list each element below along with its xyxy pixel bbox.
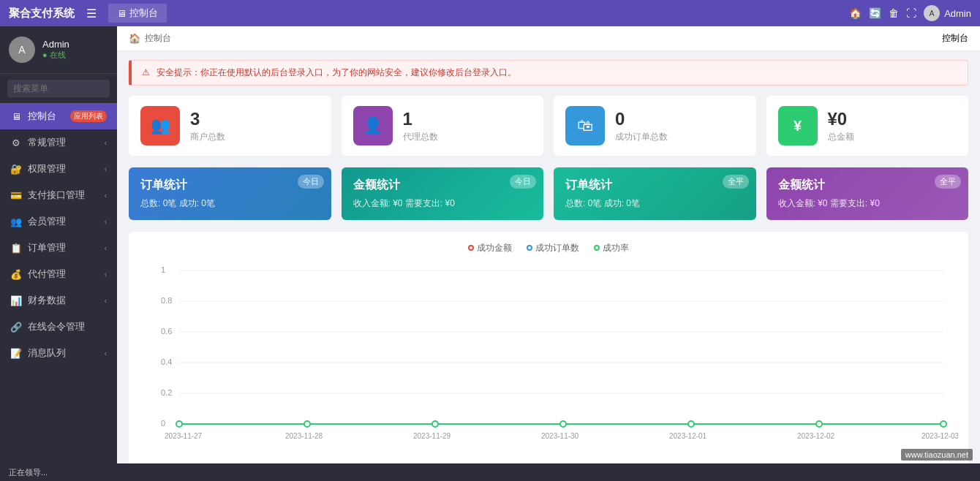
breadcrumb-separator: 控制台 xyxy=(145,32,171,45)
sidebar-item-online[interactable]: 🔗 在线会令管理 xyxy=(0,314,117,340)
arrow-icon-members: ‹ xyxy=(105,218,107,226)
arrow-icon-orders: ‹ xyxy=(105,244,107,252)
legend-dot-blue xyxy=(527,245,532,251)
members-icon: 👥 xyxy=(10,216,22,227)
svg-text:0: 0 xyxy=(161,419,165,428)
sidebar-item-permissions[interactable]: 🔐 权限管理 ‹ xyxy=(0,156,117,182)
permissions-icon: 🔐 xyxy=(10,164,22,175)
sidebar-item-label-members: 会员管理 xyxy=(28,215,66,228)
home-icon[interactable]: 🏠 xyxy=(849,7,862,19)
legend-dot-green xyxy=(594,245,600,251)
svg-point-18 xyxy=(816,421,822,427)
sidebar-item-label-proxy-pay: 代付管理 xyxy=(28,268,66,281)
search-input[interactable] xyxy=(7,80,110,97)
agents-value: 1 xyxy=(403,109,438,129)
sidebar-nav: 🖥 控制台 应用列表 ⚙ 常规管理 ‹ 🔐 权限管理 ‹ xyxy=(0,103,117,463)
orders-icon-box: 🛍 xyxy=(565,106,605,145)
total-amount-badge: 全平 xyxy=(935,175,961,189)
sidebar-item-general[interactable]: ⚙ 常规管理 ‹ xyxy=(0,129,117,156)
today-orders-detail: 总数: 0笔 成功: 0笔 xyxy=(140,197,320,210)
sidebar-item-payment[interactable]: 💳 支付接口管理 ‹ xyxy=(0,182,117,208)
sidebar-username: Admin xyxy=(42,39,69,50)
bottom-bar-text: 正在领导... xyxy=(9,467,48,478)
today-amount-detail: 收入金额: ¥0 需要支出: ¥0 xyxy=(353,197,532,210)
merchants-label: 商户总数 xyxy=(190,131,225,143)
sidebar-item-finance[interactable]: 📊 财务数据 ‹ xyxy=(0,287,117,314)
dashboard-icon: 🖥 xyxy=(10,111,22,122)
stat-info-amount: ¥0 总金额 xyxy=(828,109,854,143)
chart-svg-container: 1 0.8 0.6 0.4 0.2 0 xyxy=(139,262,958,454)
orders-label: 成功订单总数 xyxy=(615,131,668,143)
bottom-bar: 正在领导... xyxy=(0,463,980,481)
sidebar-item-queue[interactable]: 📝 消息队列 ‹ xyxy=(0,340,117,366)
sidebar-item-label-payment: 支付接口管理 xyxy=(28,189,85,202)
delete-icon[interactable]: 🗑 xyxy=(889,7,899,19)
summary-card-total-amount: 金额统计 收入金额: ¥0 需要支出: ¥0 全平 xyxy=(766,167,969,220)
chart-svg: 1 0.8 0.6 0.4 0.2 0 xyxy=(139,262,958,452)
breadcrumb-current: 控制台 xyxy=(942,32,968,45)
topbar-tab[interactable]: 🖥 控制台 xyxy=(108,4,167,23)
page-content: ⚠ 安全提示：你正在使用默认的后台登录入口，为了你的网站安全，建议你修改后台登录… xyxy=(117,51,980,463)
stat-card-agents: 👤 1 代理总数 xyxy=(342,96,544,156)
svg-text:2023-11-28: 2023-11-28 xyxy=(285,432,323,440)
general-icon: ⚙ xyxy=(10,137,22,148)
security-alert: ⚠ 安全提示：你正在使用默认的后台登录入口，为了你的网站安全，建议你修改后台登录… xyxy=(129,60,968,86)
sidebar-item-label-general: 常规管理 xyxy=(28,136,66,149)
total-orders-title: 订单统计 xyxy=(565,178,745,193)
stat-info-orders: 0 成功订单总数 xyxy=(615,109,668,143)
sidebar-item-label-permissions: 权限管理 xyxy=(28,162,66,175)
stat-info-merchants: 3 商户总数 xyxy=(190,109,225,143)
content-area: 🏠 控制台 控制台 ⚠ 安全提示：你正在使用默认的后台登录入口，为了你的网站安全… xyxy=(117,26,980,463)
summary-row: 订单统计 总数: 0笔 成功: 0笔 今日 金额统计 收入金额: ¥0 需要支出… xyxy=(129,167,968,220)
tab-label: 控制台 xyxy=(129,7,158,20)
summary-card-today-orders: 订单统计 总数: 0笔 成功: 0笔 今日 xyxy=(129,167,331,220)
svg-text:0.8: 0.8 xyxy=(161,296,172,305)
arrow-icon-finance: ‹ xyxy=(105,297,107,305)
topbar-avatar: A xyxy=(924,5,940,21)
chart-legend: 成功金额 成功订单数 成功率 xyxy=(139,242,958,254)
sidebar-item-label-orders: 订单管理 xyxy=(28,241,66,254)
amount-value: ¥0 xyxy=(828,109,854,129)
sidebar-item-members[interactable]: 👥 会员管理 ‹ xyxy=(0,208,117,235)
topbar-username: Admin xyxy=(944,8,971,19)
svg-point-19 xyxy=(941,421,946,427)
sidebar-item-label-finance: 财务数据 xyxy=(28,294,66,307)
orders-value: 0 xyxy=(615,109,668,129)
app-title: 聚合支付系统 xyxy=(9,7,75,20)
sidebar-item-dashboard[interactable]: 🖥 控制台 应用列表 xyxy=(0,103,117,129)
svg-text:2023-12-02: 2023-12-02 xyxy=(797,432,835,440)
arrow-icon-general: ‹ xyxy=(105,139,107,147)
topbar-right: 🏠 🔄 🗑 ⛶ A Admin xyxy=(849,5,971,21)
payment-icon: 💳 xyxy=(10,190,22,201)
sidebar-item-orders[interactable]: 📋 订单管理 ‹ xyxy=(0,235,117,261)
today-orders-badge: 今日 xyxy=(298,175,324,189)
arrow-icon-proxy-pay: ‹ xyxy=(105,270,107,279)
topbar-user[interactable]: A Admin xyxy=(924,5,971,21)
watermark: www.tiaozuan.net xyxy=(901,449,973,461)
sidebar-item-proxy-pay[interactable]: 💰 代付管理 ‹ xyxy=(0,261,117,287)
summary-card-today-amount: 金额统计 收入金额: ¥0 需要支出: ¥0 今日 xyxy=(342,167,544,220)
alert-text: 安全提示：你正在使用默认的后台登录入口，为了你的网站安全，建议你修改后台登录入口… xyxy=(157,67,516,77)
svg-text:2023-11-27: 2023-11-27 xyxy=(165,432,203,440)
refresh-icon[interactable]: 🔄 xyxy=(869,7,881,19)
svg-text:0.4: 0.4 xyxy=(161,357,172,366)
svg-text:1: 1 xyxy=(161,265,165,274)
svg-text:2023-11-29: 2023-11-29 xyxy=(413,432,451,440)
svg-point-14 xyxy=(304,421,310,427)
queue-icon: 📝 xyxy=(10,348,22,359)
merchants-value: 3 xyxy=(190,109,225,129)
total-orders-detail: 总数: 0笔 成功: 0笔 xyxy=(565,197,745,210)
svg-text:2023-12-01: 2023-12-01 xyxy=(669,432,707,440)
menu-toggle-icon[interactable]: ☰ xyxy=(86,7,97,20)
svg-point-13 xyxy=(176,421,182,427)
amount-icon-box: ¥ xyxy=(778,106,818,145)
stats-row: 👥 3 商户总数 👤 1 代理总数 🛍 0 xyxy=(129,96,968,156)
sidebar-user-info: A Admin ● 在线 xyxy=(0,26,117,74)
alert-icon: ⚠ xyxy=(142,67,150,77)
arrow-icon-queue: ‹ xyxy=(105,349,107,357)
svg-point-15 xyxy=(432,421,438,427)
svg-text:0.2: 0.2 xyxy=(161,388,172,397)
fullscreen-icon[interactable]: ⛶ xyxy=(906,7,916,19)
topbar-left: 聚合支付系统 ☰ 🖥 控制台 xyxy=(9,4,167,23)
sidebar-item-label-queue: 消息队列 xyxy=(28,346,66,360)
